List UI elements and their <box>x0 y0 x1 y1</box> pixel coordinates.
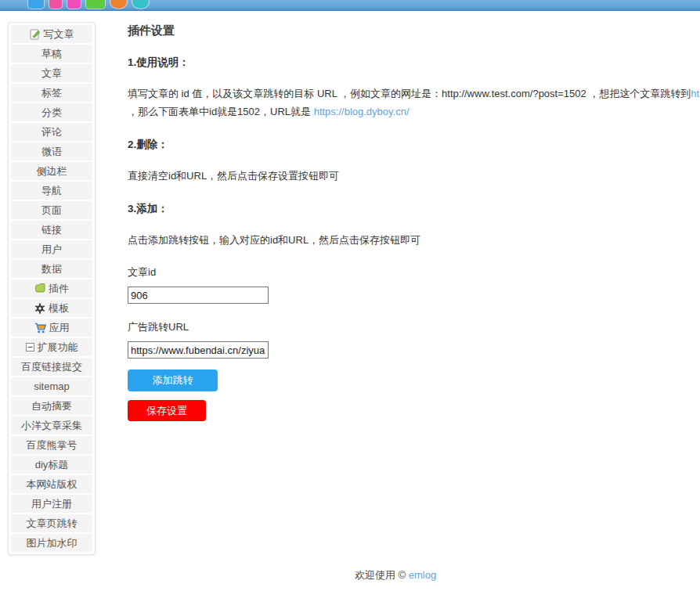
sidebar-item-百度链接提交[interactable]: 百度链接提交 <box>11 358 92 376</box>
gear-icon <box>34 303 45 314</box>
sidebar-item-本网站版权[interactable]: 本网站版权 <box>11 475 92 493</box>
sidebar-item-图片加水印[interactable]: 图片加水印 <box>11 534 92 552</box>
redirect-url-input[interactable] <box>128 341 269 359</box>
footer-emlog-link[interactable]: emlog <box>409 569 436 581</box>
sidebar-item-label: 图片加水印 <box>27 536 78 550</box>
sidebar-item-文章页跳转[interactable]: 文章页跳转 <box>11 514 92 532</box>
sidebar-item-diy标题[interactable]: diy标题 <box>11 456 92 474</box>
sidebar-item-label: 草稿 <box>41 47 62 61</box>
add-instructions: 点击添加跳转按钮，输入对应的id和URL，然后点击保存按钮即可 <box>128 231 700 249</box>
page: 写文章 草稿 文章 标签 分类 评论 微语 侧边栏 导航 页面 链接 用户 数据… <box>0 0 700 602</box>
main-content: 插件设置 1.使用说明： 填写文章的 id 值，以及该文章跳转的目标 URL ，… <box>128 19 700 421</box>
page-title: 插件设置 <box>128 23 700 38</box>
sidebar-item-标签[interactable]: 标签 <box>11 84 92 102</box>
logo-letter-m2 <box>67 0 81 9</box>
plugin-icon <box>34 283 45 294</box>
sidebar-item-评论[interactable]: 评论 <box>11 123 92 141</box>
delete-instructions: 直接清空id和URL，然后点击保存设置按钮即可 <box>128 167 700 185</box>
top-nav-bar <box>0 0 700 11</box>
sidebar-item-写文章[interactable]: 写文章 <box>11 25 92 43</box>
sidebar-item-label: 扩展功能 <box>38 341 78 355</box>
sidebar-item-数据[interactable]: 数据 <box>11 260 92 278</box>
sidebar-item-草稿[interactable]: 草稿 <box>11 45 92 63</box>
logo-letter-e <box>28 0 44 9</box>
sidebar-item-label: sitemap <box>34 380 70 392</box>
sidebar-item-label: 自动摘要 <box>31 399 72 413</box>
article-id-label: 文章id <box>128 265 700 279</box>
sidebar-item-label: 导航 <box>41 184 62 198</box>
usage-text-2: ，那么下面表单中id就是1502，URL就是 <box>128 106 314 117</box>
sidebar-item-微语[interactable]: 微语 <box>11 142 92 160</box>
sidebar-item-label: 百度熊掌号 <box>27 438 78 452</box>
sidebar-item-侧边栏[interactable]: 侧边栏 <box>11 162 92 180</box>
sidebar-item-label: 用户 <box>41 243 62 257</box>
sidebar-item-label: 应用 <box>49 321 70 335</box>
sidebar-item-小洋文章采集[interactable]: 小洋文章采集 <box>11 416 92 434</box>
sidebar-item-自动摘要[interactable]: 自动摘要 <box>11 397 92 415</box>
delete-heading: 2.删除： <box>128 138 700 152</box>
usage-paragraph-line1: 填写文章的 id 值，以及该文章跳转的目标 URL ，例如文章的网址是：http… <box>128 85 700 103</box>
footer-text: 欢迎使用 © <box>355 569 406 581</box>
emlog-logo <box>28 0 149 9</box>
redirect-url-label: 广告跳转URL <box>128 320 700 334</box>
sidebar-item-导航[interactable]: 导航 <box>11 182 92 200</box>
sidebar-menu: 写文章 草稿 文章 标签 分类 评论 微语 侧边栏 导航 页面 链接 用户 数据… <box>11 25 92 552</box>
sidebar-item-label: 微语 <box>41 145 62 159</box>
pencil-icon <box>30 29 41 40</box>
viewport: 写文章 草稿 文章 标签 分类 评论 微语 侧边栏 导航 页面 链接 用户 数据… <box>0 0 700 602</box>
sidebar-item-用户注册[interactable]: 用户注册 <box>11 495 92 513</box>
sidebar-item-百度熊掌号[interactable]: 百度熊掌号 <box>11 436 92 454</box>
sidebar-item-label: 百度链接提交 <box>21 360 82 374</box>
sidebar-item-label: 链接 <box>41 223 62 237</box>
logo-letter-m1 <box>49 0 62 9</box>
sidebar-item-sitemap[interactable]: sitemap <box>11 377 92 395</box>
usage-heading: 1.使用说明： <box>128 56 700 70</box>
usage-link-2[interactable]: https://blog.dyboy.cn/ <box>314 106 410 117</box>
logo-letter-o <box>110 0 127 9</box>
sidebar-item-label: 标签 <box>41 86 62 100</box>
sidebar-item-label: 数据 <box>41 262 62 276</box>
add-heading: 3.添加： <box>128 202 700 216</box>
sidebar-item-label: diy标题 <box>35 458 69 472</box>
sidebar-item-label: 本网站版权 <box>27 478 78 492</box>
sidebar-item-label: 文章页跳转 <box>27 517 78 531</box>
article-id-input[interactable] <box>128 287 269 304</box>
sidebar-item-label: 写文章 <box>44 27 74 41</box>
sidebar-item-模板[interactable]: 模板 <box>11 299 92 317</box>
cart-icon <box>34 323 46 333</box>
sidebar-item-label: 页面 <box>41 204 62 218</box>
sidebar-item-label: 文章 <box>41 67 62 81</box>
logo-letter-g <box>132 0 149 9</box>
save-settings-button[interactable]: 保存设置 <box>128 400 206 421</box>
sidebar-item-label: 用户注册 <box>31 497 72 511</box>
footer: 欢迎使用 © emlog <box>0 568 700 582</box>
sidebar-item-应用[interactable]: 应用 <box>11 319 92 337</box>
logo-letter-l <box>86 0 105 9</box>
sidebar-item-分类[interactable]: 分类 <box>11 103 92 121</box>
sidebar-item-扩展功能[interactable]: 扩展功能 <box>11 338 92 356</box>
usage-text-1: 填写文章的 id 值，以及该文章跳转的目标 URL ，例如文章的网址是：http… <box>128 88 691 99</box>
sidebar-item-插件[interactable]: 插件 <box>11 279 92 297</box>
sidebar-item-用户[interactable]: 用户 <box>11 240 92 258</box>
sidebar-item-label: 小洋文章采集 <box>21 419 82 433</box>
usage-link-1[interactable]: https://blog.dyboy.cn/ <box>691 88 700 99</box>
add-redirect-button[interactable]: 添加跳转 <box>128 369 218 391</box>
sidebar-item-label: 插件 <box>49 282 69 296</box>
sidebar-item-页面[interactable]: 页面 <box>11 201 92 219</box>
sidebar-item-label: 模板 <box>49 301 69 315</box>
sidebar-item-链接[interactable]: 链接 <box>11 221 92 239</box>
collapse-icon <box>26 343 34 351</box>
sidebar: 写文章 草稿 文章 标签 分类 评论 微语 侧边栏 导航 页面 链接 用户 数据… <box>8 22 96 555</box>
sidebar-item-label: 分类 <box>41 106 62 120</box>
sidebar-item-label: 评论 <box>41 125 62 139</box>
usage-paragraph-line2: ，那么下面表单中id就是1502，URL就是 https://blog.dybo… <box>128 103 700 121</box>
sidebar-item-文章[interactable]: 文章 <box>11 64 92 82</box>
sidebar-item-label: 侧边栏 <box>37 164 67 178</box>
